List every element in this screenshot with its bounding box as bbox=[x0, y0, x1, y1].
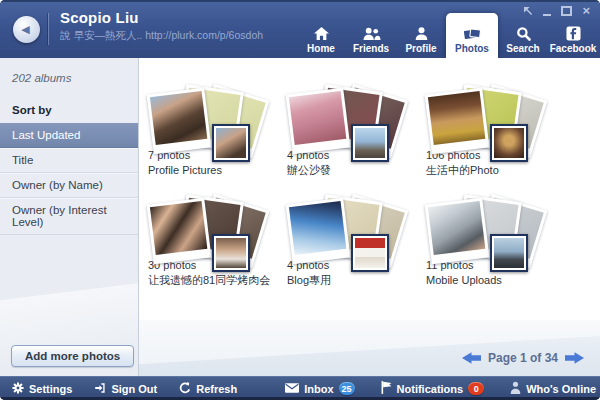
next-page-arrow-icon[interactable] bbox=[565, 352, 584, 364]
album-card-profile-pictures[interactable]: 7 photos Profile Pictures bbox=[148, 88, 280, 198]
album-thumbnail-stack bbox=[426, 88, 558, 146]
album-mini-thumb bbox=[351, 124, 389, 162]
tab-label: Facebook bbox=[550, 43, 597, 54]
tab-label: Profile bbox=[405, 43, 436, 54]
album-card-life-photo[interactable]: 106 photos 生活中的Photo bbox=[426, 88, 558, 198]
status-subtitle: 說 早安—熱死人.. http://plurk.com/p/6osdoh bbox=[60, 29, 263, 43]
person-icon bbox=[510, 381, 521, 396]
album-card-office-sofa[interactable]: 4 photos 辦公沙發 bbox=[287, 88, 419, 198]
whos-online-button[interactable]: Who's Online 23 bbox=[510, 381, 600, 396]
album-thumbnail-stack bbox=[426, 198, 558, 256]
tab-label: Home bbox=[307, 43, 335, 54]
settings-button[interactable]: Settings bbox=[12, 382, 72, 396]
album-title[interactable]: 生活中的Photo bbox=[426, 163, 558, 178]
home-icon bbox=[313, 25, 330, 41]
notifications-button[interactable]: Notifications 0 bbox=[381, 381, 485, 396]
album-mini-thumb bbox=[212, 124, 250, 162]
album-card-bbq-classmates[interactable]: 30 photos 让我遗憾的81同学烤肉会 bbox=[148, 198, 280, 308]
back-button[interactable]: ◀ bbox=[13, 16, 40, 43]
sign-out-icon bbox=[94, 382, 106, 396]
page-title: Scopio Liu bbox=[60, 9, 139, 26]
tab-label: Photos bbox=[455, 43, 489, 54]
footer-bar: Settings Sign Out Refresh Inbox 25 bbox=[0, 376, 600, 400]
album-title[interactable]: Profile Pictures bbox=[148, 163, 280, 178]
album-mini-thumb bbox=[351, 234, 389, 272]
album-mini-thumb bbox=[212, 234, 250, 272]
header-bar: ◀ Scopio Liu 說 早安—熱死人.. http://plurk.com… bbox=[0, 0, 600, 58]
tab-facebook[interactable]: Facebook bbox=[548, 18, 598, 58]
album-mini-thumb bbox=[490, 124, 528, 162]
tab-home[interactable]: Home bbox=[296, 18, 346, 58]
pagination-label: Page 1 of 34 bbox=[488, 351, 558, 365]
photos-icon bbox=[463, 25, 481, 41]
tab-label: Friends bbox=[353, 43, 389, 54]
album-card-blog-use[interactable]: 4 photos Blog專用 bbox=[287, 198, 419, 308]
sign-out-button[interactable]: Sign Out bbox=[94, 382, 157, 396]
friends-icon bbox=[362, 25, 381, 41]
footer-right-group: Inbox 25 Notifications 0 Who's Online 23 bbox=[259, 381, 600, 396]
tab-bar: Home Friends Profile Photos bbox=[296, 13, 598, 58]
flag-icon bbox=[381, 381, 392, 396]
app-window: ◀ Scopio Liu 說 早安—熱死人.. http://plurk.com… bbox=[0, 0, 600, 400]
pagination: Page 1 of 34 bbox=[462, 351, 584, 365]
album-thumbnail-stack bbox=[148, 198, 280, 256]
prev-page-arrow-icon[interactable] bbox=[462, 352, 481, 364]
album-count-label: 202 albums bbox=[0, 58, 138, 88]
facebook-icon bbox=[566, 25, 581, 41]
envelope-icon bbox=[285, 383, 299, 395]
album-title[interactable]: 辦公沙發 bbox=[287, 163, 419, 178]
album-card-mobile-uploads[interactable]: 11 photos Mobile Uploads bbox=[426, 198, 558, 308]
search-icon bbox=[516, 25, 531, 41]
notifications-badge: 0 bbox=[468, 382, 484, 395]
back-arrow-icon: ◀ bbox=[21, 23, 29, 36]
tab-profile[interactable]: Profile bbox=[396, 18, 446, 58]
header-divider bbox=[48, 13, 49, 45]
album-thumbnail-stack bbox=[287, 88, 419, 146]
tab-photos[interactable]: Photos bbox=[446, 13, 498, 58]
refresh-icon bbox=[179, 382, 191, 396]
sidebar-item-owner-by-interest[interactable]: Owner (by Interest Level) bbox=[0, 198, 138, 235]
refresh-button[interactable]: Refresh bbox=[179, 382, 237, 396]
album-title[interactable]: 让我遗憾的81同学烤肉会 bbox=[148, 273, 280, 288]
albums-grid: 7 photos Profile Pictures 4 photos 辦公沙發 bbox=[148, 88, 565, 308]
sidebar-item-title[interactable]: Title bbox=[0, 148, 138, 173]
album-thumbnail-stack bbox=[148, 88, 280, 146]
album-title[interactable]: Blog專用 bbox=[287, 273, 419, 288]
gear-icon bbox=[12, 382, 24, 396]
tab-friends[interactable]: Friends bbox=[346, 18, 396, 58]
sidebar-item-owner-by-name[interactable]: Owner (by Name) bbox=[0, 173, 138, 198]
sort-by-heading: Sort by bbox=[0, 88, 138, 123]
sidebar: 202 albums Sort by Last Updated Title Ow… bbox=[0, 58, 139, 376]
inbox-button[interactable]: Inbox 25 bbox=[285, 382, 354, 395]
album-title[interactable]: Mobile Uploads bbox=[426, 273, 558, 288]
add-more-photos-button[interactable]: Add more photos bbox=[11, 345, 134, 367]
tab-search[interactable]: Search bbox=[498, 18, 548, 58]
sidebar-item-last-updated[interactable]: Last Updated bbox=[0, 123, 138, 148]
album-thumbnail-stack bbox=[287, 198, 419, 256]
inbox-badge: 25 bbox=[339, 382, 355, 395]
tab-label: Search bbox=[506, 43, 539, 54]
album-mini-thumb bbox=[490, 234, 528, 272]
albums-panel: 7 photos Profile Pictures 4 photos 辦公沙發 bbox=[139, 58, 600, 376]
profile-icon bbox=[414, 25, 429, 41]
